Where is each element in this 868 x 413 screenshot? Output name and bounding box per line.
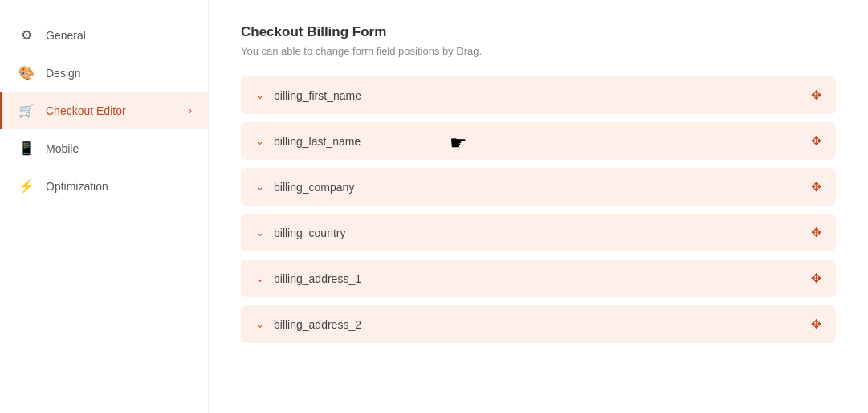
sidebar: ⚙ General 🎨 Design 🛒 Checkout Editor › 📱… — [0, 0, 209, 413]
chevron-down-icon: ⌄ — [255, 227, 264, 239]
field-row-billing-address-1[interactable]: ⌄ billing_address_1 ✥ — [241, 260, 836, 297]
sidebar-item-mobile[interactable]: 📱 Mobile — [0, 129, 208, 167]
drag-handle-icon[interactable]: ✥ — [811, 271, 821, 286]
drag-handle-icon[interactable]: ✥ — [811, 88, 821, 103]
page-title: Checkout Billing Form — [241, 24, 836, 40]
sidebar-item-optimization[interactable]: ⚡ Optimization — [0, 167, 208, 205]
field-label: billing_address_2 — [274, 318, 811, 331]
design-icon: 🎨 — [18, 65, 35, 80]
sidebar-item-label: Checkout Editor — [46, 104, 177, 117]
sidebar-item-checkout-editor[interactable]: 🛒 Checkout Editor › — [0, 92, 208, 129]
drag-handle-icon[interactable]: ✥ — [811, 317, 821, 332]
field-label: billing_first_name — [274, 89, 811, 102]
sidebar-item-label: Mobile — [46, 142, 192, 155]
chevron-down-icon: ⌄ — [255, 272, 264, 284]
field-row-billing-last-name[interactable]: ⌄ billing_last_name ✥ ☛ — [241, 122, 836, 160]
sidebar-item-label: Optimization — [46, 180, 192, 193]
field-row-billing-country[interactable]: ⌄ billing_country ✥ — [241, 214, 836, 251]
sidebar-item-general[interactable]: ⚙ General — [0, 16, 208, 54]
chevron-down-icon: ⌄ — [255, 135, 264, 147]
drag-handle-icon[interactable]: ✥ — [811, 179, 821, 194]
checkout-icon: 🛒 — [18, 103, 35, 118]
field-label: billing_country — [274, 227, 811, 239]
sidebar-item-design[interactable]: 🎨 Design — [0, 54, 208, 92]
field-label: billing_company — [274, 181, 811, 194]
sidebar-item-label: General — [46, 29, 192, 42]
fields-list: ⌄ billing_first_name ✥ ⌄ billing_last_na… — [241, 76, 836, 343]
drag-handle-icon[interactable]: ✥ — [811, 225, 821, 240]
sidebar-item-label: Design — [46, 67, 192, 80]
field-label: billing_last_name — [274, 135, 811, 148]
page-subtitle: You can able to change form field positi… — [241, 45, 836, 57]
chevron-down-icon: ⌄ — [255, 89, 264, 101]
field-row-billing-company[interactable]: ⌄ billing_company ✥ — [241, 168, 836, 206]
chevron-right-icon: › — [189, 105, 192, 117]
gear-icon: ⚙ — [18, 27, 35, 43]
chevron-down-icon: ⌄ — [255, 318, 264, 330]
field-label: billing_address_1 — [274, 272, 811, 285]
main-content: Checkout Billing Form You can able to ch… — [209, 0, 868, 413]
drag-handle-icon[interactable]: ✥ — [811, 133, 821, 149]
mobile-icon: 📱 — [18, 141, 35, 156]
chevron-down-icon: ⌄ — [255, 181, 264, 193]
field-row-billing-first-name[interactable]: ⌄ billing_first_name ✥ — [241, 76, 836, 114]
optimization-icon: ⚡ — [18, 178, 35, 194]
field-row-billing-address-2[interactable]: ⌄ billing_address_2 ✥ — [241, 305, 836, 343]
